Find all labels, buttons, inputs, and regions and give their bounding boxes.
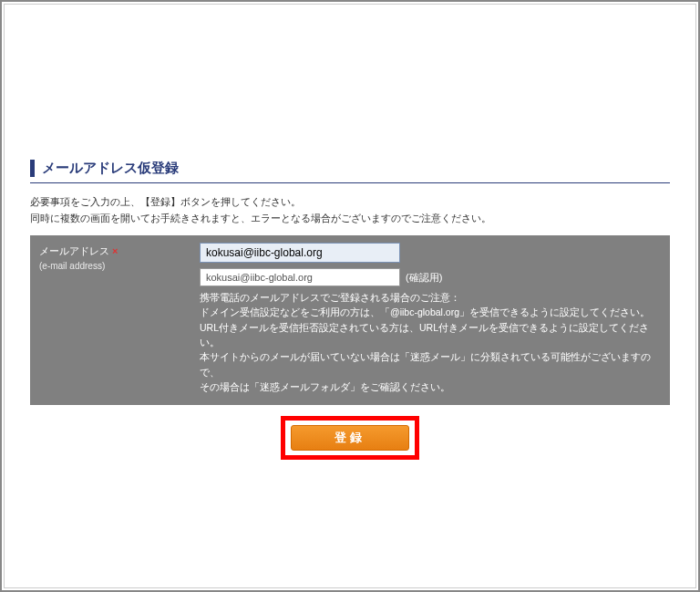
note-line-2: ドメイン受信設定などをご利用の方は、「@iibc-global.org」を受信で… [200, 306, 650, 317]
note-line-3: URL付きメールを受信拒否設定されている方は、URL付きメールを受信できるように… [200, 322, 649, 348]
intro-text: 必要事項をご入力の上、【登録】ボタンを押してください。 同時に複数の画面を開いて… [30, 194, 670, 226]
intro-line-2: 同時に複数の画面を開いてお手続きされますと、エラーとなる場合がございますのでご注… [30, 213, 491, 223]
email-label: メールアドレス [39, 245, 109, 256]
submit-area: 登録 [30, 416, 670, 460]
form-box: メールアドレス × (e-mail address) (確認用) 携帯電話のメー… [30, 235, 670, 405]
email-label-sub: (e-mail address) [39, 261, 105, 271]
note-line-4: 本サイトからのメールが届いていない場合は「迷惑メール」に分類されている可能性がご… [200, 351, 651, 377]
email-input[interactable] [200, 243, 400, 263]
notes: 携帯電話のメールアドレスでご登録される場合のご注意： ドメイン受信設定などをご利… [200, 290, 661, 394]
note-line-5: その場合は「迷惑メールフォルダ」をご確認ください。 [200, 381, 450, 392]
form-input-cell: (確認用) 携帯電話のメールアドレスでご登録される場合のご注意： ドメイン受信設… [194, 235, 670, 405]
submit-highlight-box: 登録 [281, 416, 419, 460]
confirm-label: (確認用) [406, 271, 442, 285]
intro-line-1: 必要事項をご入力の上、【登録】ボタンを押してください。 [30, 196, 301, 207]
email-confirm-input[interactable] [200, 268, 400, 286]
register-button[interactable]: 登録 [291, 425, 409, 451]
section-divider [30, 182, 670, 183]
form-label-cell: メールアドレス × (e-mail address) [30, 235, 194, 405]
required-mark: × [112, 245, 118, 256]
section-title: メールアドレス仮登録 [30, 160, 670, 177]
note-line-1: 携帯電話のメールアドレスでご登録される場合のご注意： [200, 292, 460, 303]
